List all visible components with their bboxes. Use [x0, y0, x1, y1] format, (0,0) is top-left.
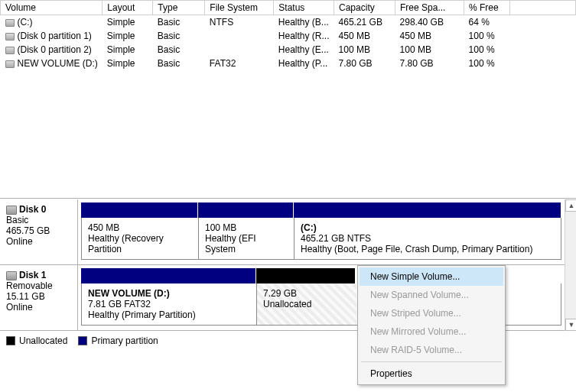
cell-status: Healthy (E... — [274, 43, 334, 57]
partition-color-bar — [81, 202, 561, 218]
legend-unallocated: Unallocated — [6, 335, 67, 346]
disk-icon — [6, 271, 17, 280]
bar-seg-primary — [294, 202, 561, 218]
disk-kind: Basic — [6, 215, 71, 225]
partition-line1: 7.29 GB — [263, 288, 350, 299]
volume-table: Volume Layout Type File System Status Ca… — [0, 0, 576, 70]
legend-unallocated-label: Unallocated — [19, 335, 67, 346]
cell-fs — [205, 43, 274, 57]
cell-pct: 100 % — [464, 57, 510, 70]
swatch-primary-icon — [78, 336, 87, 345]
legend-primary: Primary partition — [78, 335, 158, 346]
cell-type: Basic — [153, 43, 205, 57]
cell-status: Healthy (R... — [274, 29, 334, 43]
cell-layout: Simple — [103, 43, 153, 57]
bar-seg-primary — [81, 268, 256, 283]
cell-capacity: 450 MB — [334, 29, 395, 43]
partition-box[interactable]: 450 MBHealthy (Recovery Partition — [82, 218, 199, 259]
bar-seg-primary — [198, 202, 294, 218]
cell-type: Basic — [153, 57, 205, 70]
partition-title: NEW VOLUME (D:) — [88, 288, 250, 299]
partition-line2: Healthy (Recovery Partition — [88, 233, 192, 254]
disk-diagram: 450 MBHealthy (Recovery Partition100 MBH… — [78, 199, 565, 264]
col-freespace[interactable]: Free Spa... — [395, 1, 464, 15]
partition-line1: 465.21 GB NTFS — [301, 233, 555, 244]
cell-volume: (Disk 0 partition 2) — [18, 44, 92, 55]
col-status[interactable]: Status — [274, 1, 334, 15]
col-volume[interactable]: Volume — [1, 1, 103, 15]
volume-icon — [5, 19, 15, 27]
cell-layout: Simple — [103, 57, 153, 70]
col-extra[interactable] — [510, 1, 576, 15]
partition-line2: Healthy (Primary Partition) — [88, 309, 250, 320]
disk-info[interactable]: Disk 0Basic465.75 GBOnline — [0, 199, 78, 264]
cell-free: 7.80 GB — [395, 57, 464, 70]
cell-layout: Simple — [103, 29, 153, 43]
table-row[interactable]: (Disk 0 partition 2)SimpleBasicHealthy (… — [1, 43, 576, 57]
volume-icon — [5, 60, 15, 68]
col-filesystem[interactable]: File System — [205, 1, 274, 15]
cell-free: 450 MB — [395, 29, 464, 43]
cell-status: Healthy (B... — [274, 15, 334, 30]
volume-list-pane: Volume Layout Type File System Status Ca… — [0, 0, 576, 199]
disk-label: Disk 0 — [19, 204, 46, 215]
disk-state: Online — [6, 236, 71, 247]
disk-icon — [6, 206, 17, 215]
cell-free: 298.40 GB — [395, 15, 464, 30]
menu-new-mirrored-volume: New Mirrored Volume... — [360, 322, 503, 341]
legend-primary-label: Primary partition — [91, 335, 158, 346]
menu-properties[interactable]: Properties — [360, 364, 503, 383]
disk-state: Online — [6, 302, 71, 313]
cell-layout: Simple — [103, 15, 153, 30]
col-type[interactable]: Type — [153, 1, 205, 15]
disk-kind: Removable — [6, 280, 71, 291]
disk-row: Disk 0Basic465.75 GBOnline450 MBHealthy … — [0, 199, 565, 265]
cell-free: 100 MB — [395, 43, 464, 57]
partition-line1: 100 MB — [205, 222, 288, 233]
cell-volume: (Disk 0 partition 1) — [18, 31, 92, 41]
cell-volume: (C:) — [18, 17, 33, 28]
partition-title: (C:) — [301, 222, 555, 233]
context-menu: New Simple Volume... New Spanned Volume.… — [357, 265, 506, 385]
cell-capacity: 7.80 GB — [334, 57, 395, 70]
cell-fs: FAT32 — [205, 57, 274, 70]
partition-line1: 450 MB — [88, 222, 192, 233]
vertical-scrollbar[interactable]: ▲ ▼ — [565, 199, 576, 331]
col-capacity[interactable]: Capacity — [334, 1, 395, 15]
partition-line2: Healthy (EFI System — [205, 233, 288, 254]
partition-unallocated[interactable]: 7.29 GBUnallocated — [257, 283, 356, 325]
partition-box[interactable]: 100 MBHealthy (EFI System — [199, 218, 295, 259]
table-row[interactable]: NEW VOLUME (D:)SimpleBasicFAT32Healthy (… — [1, 57, 576, 70]
menu-separator — [361, 361, 502, 362]
table-row[interactable]: (Disk 0 partition 1)SimpleBasicHealthy (… — [1, 29, 576, 43]
cell-capacity: 100 MB — [334, 43, 395, 57]
menu-new-raid5-volume: New RAID-5 Volume... — [360, 341, 503, 359]
cell-volume: NEW VOLUME (D:) — [18, 58, 98, 69]
menu-new-simple-volume[interactable]: New Simple Volume... — [360, 267, 503, 286]
cell-fs: NTFS — [205, 15, 274, 30]
cell-pct: 100 % — [464, 29, 510, 43]
partition-box[interactable]: NEW VOLUME (D:)7.81 GB FAT32Healthy (Pri… — [82, 283, 257, 325]
cell-status: Healthy (P... — [274, 57, 334, 70]
bar-seg-unallocated — [256, 268, 356, 283]
scroll-down-button[interactable]: ▼ — [565, 319, 576, 331]
partition-box[interactable]: (C:)465.21 GB NTFSHealthy (Boot, Page Fi… — [295, 218, 561, 259]
disk-size: 15.11 GB — [6, 291, 71, 302]
menu-new-striped-volume: New Striped Volume... — [360, 304, 503, 322]
cell-type: Basic — [153, 15, 205, 30]
partition-line2: Healthy (Boot, Page File, Crash Dump, Pr… — [301, 244, 555, 254]
cell-capacity: 465.21 GB — [334, 15, 395, 30]
swatch-unallocated-icon — [6, 336, 15, 345]
partition-boxes: 450 MBHealthy (Recovery Partition100 MBH… — [81, 218, 561, 260]
disk-info[interactable]: Disk 1Removable15.11 GBOnline — [0, 265, 78, 330]
col-pctfree[interactable]: % Free — [464, 1, 510, 15]
cell-pct: 100 % — [464, 43, 510, 57]
scroll-up-button[interactable]: ▲ — [565, 199, 576, 212]
disk-label: Disk 1 — [19, 270, 46, 280]
disk-size: 465.75 GB — [6, 225, 71, 236]
table-row[interactable]: (C:)SimpleBasicNTFSHealthy (B...465.21 G… — [1, 15, 576, 30]
volume-icon — [5, 33, 15, 40]
cell-pct: 64 % — [464, 15, 510, 30]
col-layout[interactable]: Layout — [103, 1, 153, 15]
menu-new-spanned-volume: New Spanned Volume... — [360, 286, 503, 304]
